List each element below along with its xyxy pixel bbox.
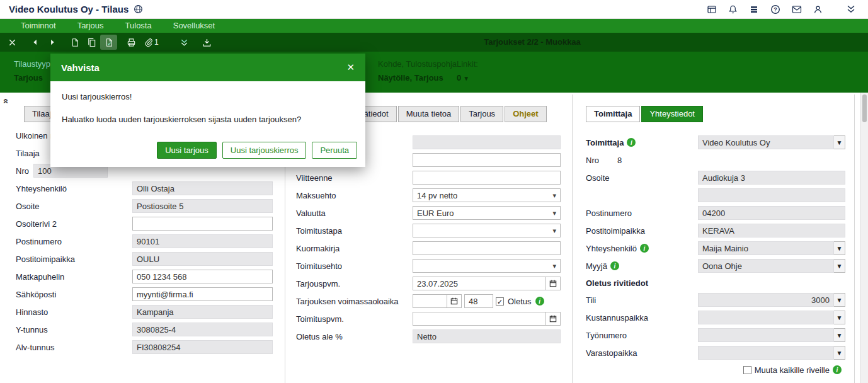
toimitusehto-select[interactable]: ▾ bbox=[413, 259, 561, 273]
dialog-line1: Uusi tarjouskierros! bbox=[62, 92, 354, 101]
close-icon[interactable]: ✕ bbox=[346, 62, 355, 73]
menu-toiminnot[interactable]: Toiminnot bbox=[10, 19, 67, 33]
tab-tarjous[interactable]: Tarjous bbox=[460, 106, 503, 122]
calendar-icon[interactable] bbox=[545, 312, 560, 325]
print-template-value: Näytölle, Tarjous bbox=[378, 73, 457, 83]
field-label: Maksuehto bbox=[296, 191, 413, 200]
field-label: Matkapuhelin bbox=[16, 272, 132, 282]
tyonumero-select[interactable] bbox=[698, 328, 834, 342]
vertical-scrollbar[interactable] bbox=[860, 93, 868, 383]
document-check-icon[interactable] bbox=[100, 35, 117, 50]
stack-icon[interactable] bbox=[749, 4, 759, 14]
arrow-left-icon[interactable] bbox=[26, 35, 43, 50]
dropdown-button[interactable]: ▼ bbox=[834, 293, 845, 307]
varastopaikka-select[interactable] bbox=[698, 346, 834, 360]
scrollbar-thumb[interactable] bbox=[862, 94, 867, 122]
panel-icon[interactable] bbox=[707, 4, 717, 14]
mail-icon[interactable] bbox=[792, 5, 802, 14]
calendar-icon[interactable] bbox=[447, 295, 461, 307]
voimassaoloaika-input[interactable] bbox=[413, 294, 462, 308]
field-label: Kuormakirja bbox=[296, 244, 413, 253]
voimassaolo-tunnit-input[interactable]: 48 bbox=[464, 294, 493, 308]
calendar-icon[interactable] bbox=[545, 277, 560, 290]
new-document-icon[interactable] bbox=[66, 35, 83, 50]
arrow-right-icon[interactable] bbox=[43, 35, 60, 50]
toimittaja-postitoimipaikka-input[interactable]: KERAVA bbox=[698, 224, 845, 237]
menu-tarjous[interactable]: Tarjous bbox=[67, 19, 115, 33]
yhteyshenkilo-input[interactable]: Olli Ostaja bbox=[132, 181, 273, 195]
y-tunnus-input[interactable]: 3080825-4 bbox=[132, 323, 273, 336]
hinnasto-input[interactable]: Kampanja bbox=[132, 305, 273, 319]
tab-toimittaja[interactable]: Toimittaja bbox=[586, 106, 640, 122]
field-label: Tarjouspvm. bbox=[296, 279, 413, 289]
toimittaja-postinumero-input[interactable]: 04200 bbox=[698, 206, 845, 220]
toimittaja-osoite-input[interactable]: Audiokuja 3 bbox=[698, 171, 845, 185]
dropdown-button[interactable]: ▼ bbox=[834, 241, 845, 255]
dropdown-button[interactable]: ▼ bbox=[834, 328, 845, 342]
close-icon[interactable] bbox=[4, 35, 21, 50]
panel-divider bbox=[572, 94, 573, 383]
uusi-tarjous-button[interactable]: Uusi tarjous bbox=[157, 142, 217, 159]
dialog-buttons: Uusi tarjous Uusi tarjouskierros Peruuta bbox=[50, 142, 365, 167]
hidden-input-2[interactable] bbox=[413, 153, 561, 167]
dropdown-button[interactable]: ▼ bbox=[834, 135, 845, 149]
osoiterivi2-input[interactable] bbox=[132, 217, 273, 231]
supplier-panel: ToimittajaiVideo Koulutus Oy▼ Nro8 Osoit… bbox=[586, 134, 845, 378]
toimittaja-yhteyshenkilo-select[interactable]: Maija Mainio bbox=[698, 241, 834, 255]
chevron-down-icon: ▾ bbox=[552, 227, 556, 235]
osoite-input[interactable]: Postiosoite 5 bbox=[132, 199, 273, 213]
tab-ohjeet[interactable]: Ohjeet bbox=[505, 106, 546, 122]
valuutta-select[interactable]: EUR Euro▾ bbox=[413, 206, 561, 220]
peruuta-button[interactable]: Peruuta bbox=[312, 142, 357, 159]
postinumero-input[interactable]: 90101 bbox=[132, 234, 273, 248]
myyja-select[interactable]: Oona Ohje bbox=[698, 259, 834, 273]
dropdown-button[interactable]: ▼ bbox=[834, 346, 845, 360]
toimittaja-nro-value: 8 bbox=[617, 156, 622, 165]
confirm-dialog: Vahvista ✕ Uusi tarjouskierros! Haluatko… bbox=[50, 54, 365, 167]
toimittaja-osoite2-input[interactable] bbox=[698, 188, 845, 202]
print-icon[interactable] bbox=[123, 35, 140, 50]
tab-muuta-tietoa[interactable]: Muuta tietoa bbox=[398, 106, 460, 122]
hidden-input-1[interactable] bbox=[413, 135, 561, 149]
oletus-checkbox[interactable]: ✓ bbox=[496, 297, 504, 306]
field-label: Osoite bbox=[586, 173, 698, 183]
sahkoposti-input[interactable]: myynti@firma.fi bbox=[132, 287, 273, 301]
tarjouspvm-input[interactable]: 23.07.2025 bbox=[413, 277, 561, 290]
download-icon[interactable] bbox=[198, 35, 215, 50]
dropdown-button[interactable]: ▼ bbox=[834, 259, 845, 273]
alv-tunnus-input[interactable]: FI30808254 bbox=[132, 340, 273, 354]
menu-tulosta[interactable]: Tulosta bbox=[115, 19, 163, 33]
toimittaja-select[interactable]: Video Koulutus Oy bbox=[698, 135, 834, 149]
dropdown-button[interactable]: ▼ bbox=[834, 311, 845, 324]
user-icon[interactable] bbox=[813, 4, 823, 14]
kuormakirja-input[interactable] bbox=[413, 241, 561, 255]
info-icon: i bbox=[640, 244, 649, 253]
toimituspvm-input[interactable] bbox=[413, 312, 561, 326]
help-icon[interactable]: ? bbox=[770, 4, 780, 14]
maksuehto-select[interactable]: 14 pv netto▾ bbox=[413, 188, 561, 202]
kustannuspaikka-select[interactable] bbox=[698, 311, 834, 324]
copy-icon[interactable] bbox=[83, 35, 100, 50]
double-chevron-down-icon[interactable] bbox=[176, 35, 193, 50]
field-label: Oletus ale % bbox=[296, 332, 413, 341]
tab-yhteystiedot[interactable]: Yhteystiedot bbox=[641, 106, 703, 122]
info-icon: i bbox=[627, 138, 636, 147]
field-label: Tili bbox=[586, 295, 698, 305]
bell-icon[interactable] bbox=[728, 4, 738, 14]
dialog-line2: Haluatko luoda uuden tarjouskierroksen s… bbox=[62, 115, 354, 124]
toimitustapa-select[interactable]: ▾ bbox=[413, 224, 561, 237]
uusi-tarjouskierros-button[interactable]: Uusi tarjouskierros bbox=[222, 142, 307, 159]
double-chevron-down-icon[interactable] bbox=[845, 4, 857, 14]
links-value[interactable]: 0▼ bbox=[457, 73, 478, 83]
muuta-kaikille-checkbox[interactable] bbox=[743, 366, 751, 374]
oletus-ale-input[interactable]: Netto bbox=[413, 329, 561, 343]
postitoimipaikka-input[interactable]: OULU bbox=[132, 252, 273, 266]
toolbar-title: Tarjoukset 2/2 - Muokkaa bbox=[484, 33, 581, 52]
menu-sovellukset[interactable]: Sovellukset bbox=[163, 19, 226, 33]
tili-select[interactable]: 3000 bbox=[698, 293, 834, 307]
field-label: Y-tunnus bbox=[16, 325, 132, 334]
matkapuhelin-input[interactable]: 050 1234 568 bbox=[132, 270, 273, 283]
viitteenne-input[interactable] bbox=[413, 171, 561, 185]
toolbar: 1 Tarjoukset 2/2 - Muokkaa bbox=[0, 33, 868, 52]
collapse-panel-icon[interactable]: « bbox=[1, 98, 12, 103]
